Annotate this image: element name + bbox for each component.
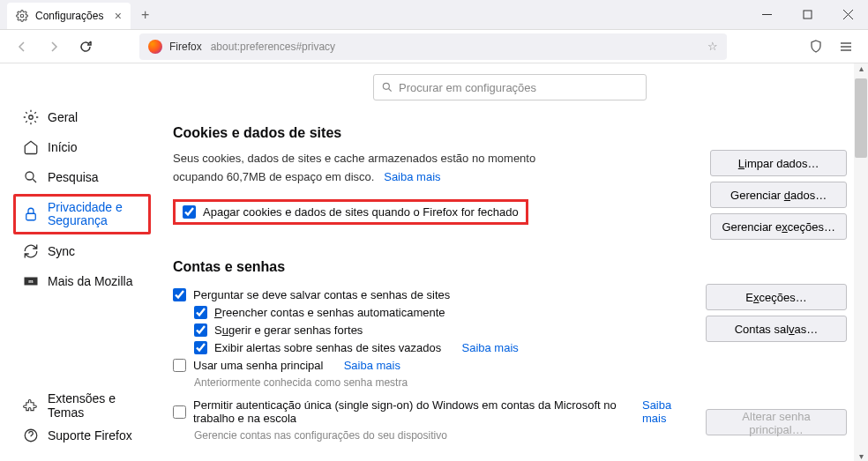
autofill-checkbox[interactable] bbox=[194, 306, 207, 319]
sidebar-label: Suporte Firefox bbox=[48, 428, 132, 442]
preferences-content: Geral Início Pesquisa Privacidade e Segu… bbox=[0, 63, 868, 461]
manage-data-button[interactable]: Gerenciar dados… bbox=[710, 182, 847, 208]
mozilla-icon: m bbox=[23, 273, 39, 289]
scrollbar-thumb[interactable] bbox=[855, 78, 867, 158]
sidebar-item-sync[interactable]: Sync bbox=[16, 236, 148, 266]
master-label: Usar uma senha principal bbox=[193, 359, 323, 372]
window-controls bbox=[746, 0, 868, 30]
saved-logins-button[interactable]: Contas salvas… bbox=[706, 316, 847, 342]
ask-save-passwords-checkbox[interactable] bbox=[173, 288, 186, 301]
sidebar-item-home[interactable]: Início bbox=[16, 132, 148, 162]
url-bar[interactable]: Firefox about:preferences#privacy ☆ bbox=[139, 33, 727, 60]
puzzle-icon bbox=[23, 398, 39, 413]
delete-cookies-on-close-checkbox[interactable] bbox=[183, 205, 196, 219]
home-icon bbox=[23, 139, 39, 155]
tab-title: Configurações bbox=[35, 10, 103, 22]
manage-exceptions-button[interactable]: Gerenciar exceções… bbox=[710, 213, 847, 240]
svg-rect-1 bbox=[804, 11, 812, 19]
url-prefix: Firefox bbox=[169, 41, 202, 53]
scroll-up-arrow[interactable]: ▴ bbox=[854, 63, 868, 73]
master-password-checkbox[interactable] bbox=[173, 359, 186, 372]
master-note: Anteriormente conhecida como senha mestr… bbox=[194, 376, 688, 389]
app-menu-button[interactable] bbox=[833, 33, 859, 60]
autofill-label: Preencher contas e senhas automaticament… bbox=[214, 306, 445, 319]
help-icon bbox=[23, 428, 39, 443]
search-icon bbox=[23, 169, 39, 185]
sidebar-label: Privacidade e Segurança bbox=[48, 201, 141, 228]
sidebar-item-more-mozilla[interactable]: m Mais da Mozilla bbox=[16, 266, 148, 296]
alerts-learn-more-link[interactable]: Saiba mais bbox=[461, 341, 518, 354]
svg-text:m: m bbox=[28, 279, 33, 284]
back-button[interactable] bbox=[9, 33, 35, 60]
logins-section: Contas e senhas Perguntar se deve salvar… bbox=[173, 259, 847, 442]
sso-learn-more-link[interactable]: Saiba mais bbox=[642, 398, 688, 425]
sidebar-label: Mais da Mozilla bbox=[48, 274, 132, 288]
sso-checkbox[interactable] bbox=[173, 405, 186, 419]
sidebar-label: Pesquisa bbox=[48, 170, 99, 184]
breach-alerts-checkbox[interactable] bbox=[194, 341, 207, 354]
sidebar-label: Início bbox=[48, 140, 77, 154]
sidebar-label: Geral bbox=[48, 110, 78, 124]
sso-note: Gerencie contas nas configurações do seu… bbox=[194, 429, 688, 442]
minimize-button[interactable] bbox=[746, 0, 787, 30]
scroll-down-arrow[interactable]: ▾ bbox=[854, 451, 868, 461]
search-icon bbox=[381, 81, 393, 93]
sidebar-label: Extensões e Temas bbox=[48, 391, 141, 420]
gear-icon bbox=[16, 10, 28, 22]
sidebar-item-support[interactable]: Suporte Firefox bbox=[16, 420, 148, 450]
tab-close-button[interactable]: × bbox=[115, 9, 122, 23]
master-learn-more-link[interactable]: Saiba mais bbox=[344, 359, 400, 372]
forward-button[interactable] bbox=[41, 33, 67, 60]
sso-label: Permitir autenticação única (single sign… bbox=[193, 398, 622, 425]
preferences-sidebar: Geral Início Pesquisa Privacidade e Segu… bbox=[0, 63, 148, 461]
cookies-description: Seus cookies, dados de sites e cache arm… bbox=[173, 150, 561, 187]
vertical-scrollbar[interactable]: ▴ ▾ bbox=[854, 63, 868, 461]
cookies-learn-more-link[interactable]: Saiba mais bbox=[384, 170, 440, 183]
maximize-button[interactable] bbox=[787, 0, 827, 30]
svg-point-8 bbox=[383, 83, 389, 89]
sidebar-item-extensions[interactable]: Extensões e Temas bbox=[16, 390, 148, 420]
search-placeholder: Procurar em configurações bbox=[399, 81, 536, 94]
window-titlebar: Configurações × + bbox=[0, 0, 868, 30]
sync-icon bbox=[23, 243, 39, 259]
sidebar-privacy-highlight: Privacidade e Segurança bbox=[13, 194, 151, 234]
new-tab-button[interactable]: + bbox=[134, 7, 156, 23]
bookmark-star-icon[interactable]: ☆ bbox=[707, 40, 718, 53]
preferences-main: Procurar em configurações Cookies e dado… bbox=[148, 63, 868, 461]
reload-button[interactable] bbox=[72, 33, 99, 60]
close-window-button[interactable] bbox=[827, 0, 868, 30]
cookies-section: Cookies e dados de sites Seus cookies, d… bbox=[173, 125, 847, 240]
lock-icon bbox=[23, 206, 39, 222]
cookies-heading: Cookies e dados de sites bbox=[173, 125, 847, 141]
gear-icon bbox=[23, 109, 39, 125]
svg-point-0 bbox=[20, 14, 24, 18]
svg-point-3 bbox=[26, 172, 34, 180]
shield-icon[interactable] bbox=[803, 33, 829, 60]
delete-cookies-label: Apagar cookies e dados de sites quando o… bbox=[203, 205, 519, 219]
alerts-label: Exibir alertas sobre senhas de sites vaz… bbox=[214, 341, 441, 354]
browser-tab[interactable]: Configurações × bbox=[7, 3, 131, 29]
sidebar-item-general[interactable]: Geral bbox=[16, 102, 148, 132]
clear-data-button[interactable]: Limpar dados… bbox=[710, 150, 847, 176]
url-path: about:preferences#privacy bbox=[211, 41, 335, 53]
change-master-password-button: Alterar senha principal… bbox=[706, 409, 847, 435]
delete-cookies-highlight: Apagar cookies e dados de sites quando o… bbox=[173, 199, 528, 225]
logins-exceptions-button[interactable]: Exceções… bbox=[706, 284, 847, 310]
svg-rect-4 bbox=[26, 213, 36, 220]
firefox-logo-icon bbox=[148, 40, 162, 54]
logins-heading: Contas e senhas bbox=[173, 259, 847, 275]
sidebar-item-search[interactable]: Pesquisa bbox=[16, 162, 148, 192]
suggest-label: Sugerir e gerar senhas fortes bbox=[214, 323, 363, 337]
suggest-passwords-checkbox[interactable] bbox=[194, 323, 207, 337]
sidebar-item-privacy[interactable]: Privacidade e Segurança bbox=[16, 197, 148, 232]
svg-point-2 bbox=[29, 115, 34, 120]
browser-toolbar: Firefox about:preferences#privacy ☆ bbox=[0, 30, 868, 63]
settings-search-input[interactable]: Procurar em configurações bbox=[373, 74, 647, 100]
sidebar-label: Sync bbox=[48, 244, 75, 258]
ask-save-label: Perguntar se deve salvar contas e senhas… bbox=[193, 288, 450, 301]
